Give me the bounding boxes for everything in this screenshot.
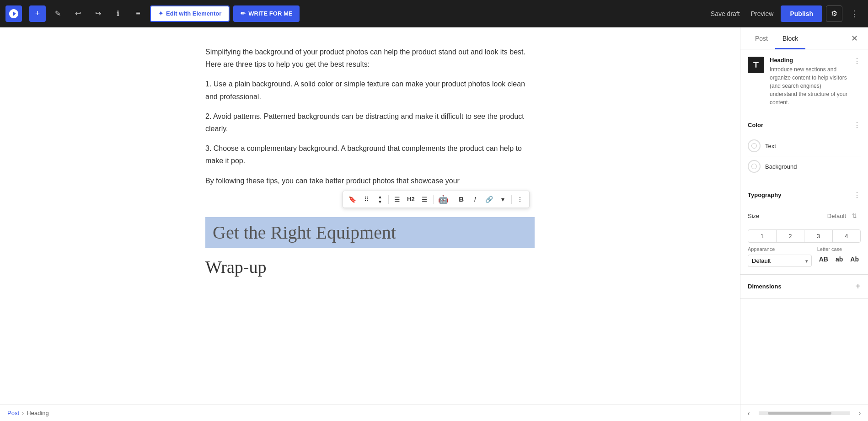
editor-area: Simplifying the background of your produ… [0, 27, 740, 421]
color-circle-inner [751, 143, 757, 149]
letter-case-label: Letter case [817, 246, 861, 252]
toolbar-bold-button[interactable]: B [455, 193, 468, 206]
tab-post[interactable]: Post [748, 27, 775, 49]
highlighted-heading[interactable]: Get the Right Equipment [205, 217, 535, 248]
appearance-field-label: Appearance [748, 246, 812, 252]
appearance-select-wrapper: Default [748, 255, 812, 267]
pen-icon: ✏ [241, 10, 246, 17]
block-info: Heading Introduce new sections and organ… [740, 49, 868, 114]
tab-group: Post Block [748, 27, 805, 49]
breadcrumb-post-link[interactable]: Post [7, 410, 19, 416]
toolbar-dropdown-button[interactable]: ▾ [497, 193, 509, 206]
toolbar-align-button[interactable]: ☰ [391, 193, 403, 206]
write-for-me-button[interactable]: ✏ WRITE FOR ME [233, 5, 300, 22]
undo-button[interactable]: ↩ [70, 5, 86, 22]
toolbar-align2-button[interactable]: ☰ [418, 193, 431, 206]
color-section: Color ⋮ Text Background [740, 114, 868, 184]
letter-case-buttons: AB ab Ab [817, 255, 861, 264]
size-filter-button[interactable]: ⇅ [848, 209, 861, 222]
breadcrumb: Post › Heading [0, 405, 740, 421]
block-text: Heading Introduce new sections and organ… [770, 57, 848, 107]
typography-panel-header[interactable]: Typography ⋮ [740, 184, 868, 206]
breadcrumb-heading: Heading [27, 410, 48, 416]
color-section-title: Color [748, 122, 763, 128]
text-color-circle[interactable] [748, 139, 761, 152]
block-icon [748, 57, 764, 73]
info-button[interactable]: ℹ [110, 5, 126, 22]
background-color-circle[interactable] [748, 160, 761, 173]
close-sidebar-button[interactable]: ✕ [848, 32, 861, 45]
background-color-label: Background [765, 163, 797, 170]
appearance-lettercase-row: Appearance Default Letter case AB [748, 246, 861, 267]
sidebar-tabs: Post Block ✕ [740, 27, 868, 49]
color-panel-header[interactable]: Color ⋮ [740, 114, 868, 136]
nav-left-button[interactable]: ‹ [740, 405, 757, 421]
size-btn-1[interactable]: 1 [748, 230, 777, 242]
size-value: Default [827, 213, 846, 219]
letter-case-ab-lower-button[interactable]: ab [834, 255, 845, 264]
size-buttons: 1 2 3 4 [748, 229, 861, 243]
horizontal-scrollbar[interactable] [759, 411, 850, 415]
block-description: Introduce new sections and organize cont… [770, 65, 848, 107]
size-btn-4[interactable]: 4 [833, 230, 861, 242]
save-draft-button[interactable]: Save draft [707, 10, 744, 17]
appearance-col: Appearance Default [748, 246, 812, 267]
paragraph-2: 1. Use a plain background. A solid color… [205, 78, 535, 102]
bg-color-circle-inner [751, 164, 757, 169]
paragraph-5: By following these tips, you can take be… [205, 175, 535, 187]
edit-with-elementor-button[interactable]: ✦ Edit with Elementor [150, 5, 230, 22]
write-label: WRITE FOR ME [248, 10, 292, 17]
letter-case-Ab-button[interactable]: Ab [848, 255, 861, 264]
floating-toolbar: 🔖 ⠿ ▲▼ ☰ H2 ☰ 🤖 B I 🔗 ▾ [343, 191, 530, 208]
redo-button[interactable]: ↪ [90, 5, 106, 22]
size-row: Size Default ⇅ [748, 206, 861, 226]
toolbar-italic-button[interactable]: I [469, 193, 482, 206]
wp-logo [5, 5, 22, 22]
toolbar-link-button[interactable]: 🔗 [482, 193, 496, 206]
toolbar-separator-3 [453, 195, 453, 204]
breadcrumb-separator: › [22, 410, 24, 416]
typography-more-button[interactable]: ⋮ [853, 191, 861, 199]
toolbar-h2-button[interactable]: H2 [404, 193, 418, 206]
dimensions-row[interactable]: Dimensions + [740, 275, 868, 298]
add-dimension-button[interactable]: + [855, 281, 861, 292]
toolbar-more-options-button[interactable]: ⋮ [514, 193, 526, 206]
toolbar-separator-2 [433, 195, 434, 204]
paragraph-4: 3. Choose a complementary background. A … [205, 142, 535, 167]
list-button[interactable]: ≡ [130, 5, 146, 22]
typography-section: Typography ⋮ Size Default ⇅ 1 2 3 [740, 184, 868, 275]
more-button[interactable]: ⋮ [846, 5, 863, 22]
text-color-label: Text [765, 143, 776, 149]
publish-button[interactable]: Publish [781, 5, 822, 22]
tab-block[interactable]: Block [775, 27, 805, 49]
wrapup-heading[interactable]: Wrap-up [205, 257, 535, 277]
tools-button[interactable]: ✎ [49, 5, 66, 22]
size-btn-2[interactable]: 2 [777, 230, 805, 242]
appearance-select[interactable]: Default [748, 255, 812, 267]
size-controls: Default ⇅ [827, 209, 861, 222]
toolbar-drag-button[interactable]: ⠿ [360, 193, 373, 206]
main-layout: Simplifying the background of your produ… [0, 27, 868, 421]
letter-case-col: Letter case AB ab Ab [817, 246, 861, 264]
nav-right-button[interactable]: › [852, 405, 868, 421]
toolbar-move-button[interactable]: ▲▼ [374, 193, 386, 206]
toolbar-emoji-button[interactable]: 🤖 [435, 193, 451, 206]
block-more-options-button[interactable]: ⋮ [853, 57, 861, 65]
size-btn-3[interactable]: 3 [804, 230, 833, 242]
toolbar-bookmark-button[interactable]: 🔖 [346, 193, 359, 206]
right-sidebar: Post Block ✕ Heading Introduce new secti… [740, 27, 868, 421]
add-button[interactable]: + [29, 5, 46, 22]
scroll-thumb [768, 412, 831, 415]
text-color-row: Text [748, 136, 861, 156]
typography-panel-body: Size Default ⇅ 1 2 3 4 [740, 206, 868, 274]
preview-button[interactable]: Preview [747, 10, 777, 17]
toolbar-separator-4 [511, 195, 512, 204]
editor-text: Simplifying the background of your produ… [205, 46, 535, 187]
color-more-button[interactable]: ⋮ [853, 121, 861, 129]
dimensions-section: Dimensions + [740, 275, 868, 298]
editor-content: Simplifying the background of your produ… [187, 27, 553, 405]
settings-button[interactable]: ⚙ [826, 5, 842, 22]
letter-case-ab-button[interactable]: AB [817, 255, 830, 264]
paragraph-3: 2. Avoid patterns. Patterned backgrounds… [205, 110, 535, 135]
toolbar-separator-1 [388, 195, 389, 204]
